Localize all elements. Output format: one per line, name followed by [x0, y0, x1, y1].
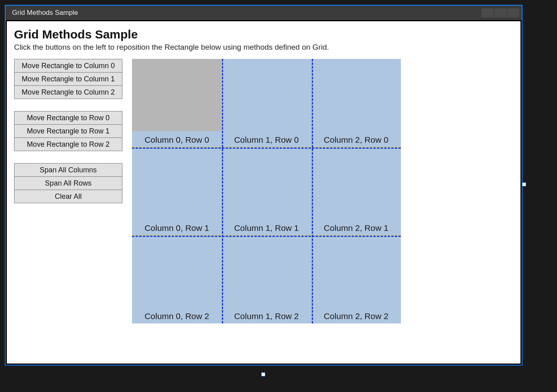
resize-handle-bottom[interactable] — [261, 372, 265, 376]
span-button-group: Span All Columns Span All Rows Clear All — [14, 163, 122, 203]
window-title: Grid Methods Sample — [12, 9, 78, 17]
designer-selection-frame: Grid Methods Sample Grid Methods Sample … — [5, 5, 522, 366]
clear-all-button[interactable]: Clear All — [14, 190, 122, 203]
titlebar: Grid Methods Sample — [6, 6, 522, 20]
move-rect-row-0-button[interactable]: Move Rectangle to Row 0 — [14, 111, 122, 125]
cell-0-1: Column 0, Row 1 — [132, 147, 222, 235]
resize-handle-right[interactable] — [522, 182, 526, 186]
cell-0-0: Column 0, Row 0 — [132, 59, 222, 147]
page-title: Grid Methods Sample — [14, 28, 513, 41]
span-all-rows-button[interactable]: Span All Rows — [14, 176, 122, 190]
layout-row: Move Rectangle to Column 0 Move Rectangl… — [14, 59, 513, 323]
page-subtitle: Click the buttons on the left to reposit… — [14, 43, 513, 52]
move-rect-row-1-button[interactable]: Move Rectangle to Row 1 — [14, 124, 122, 138]
move-rect-col-0-button[interactable]: Move Rectangle to Column 0 — [14, 59, 122, 73]
cell-1-1: Column 1, Row 1 — [222, 147, 311, 235]
minimize-button[interactable] — [482, 8, 494, 17]
close-button[interactable] — [507, 8, 519, 17]
move-rect-col-2-button[interactable]: Move Rectangle to Column 2 — [14, 85, 122, 99]
cell-1-0: Column 1, Row 0 — [222, 59, 311, 147]
button-column: Move Rectangle to Column 0 Move Rectangl… — [14, 59, 122, 203]
maximize-button[interactable] — [494, 8, 506, 17]
move-rect-col-1-button[interactable]: Move Rectangle to Column 1 — [14, 72, 122, 86]
cell-0-2: Column 0, Row 2 — [132, 235, 222, 323]
move-rect-row-2-button[interactable]: Move Rectangle to Row 2 — [14, 137, 122, 151]
row-button-group: Move Rectangle to Row 0 Move Rectangle t… — [14, 111, 122, 151]
span-all-columns-button[interactable]: Span All Columns — [14, 163, 122, 177]
window-controls — [482, 8, 522, 17]
demo-grid: Column 0, Row 0 Column 1, Row 0 Column 2… — [132, 59, 401, 323]
column-button-group: Move Rectangle to Column 0 Move Rectangl… — [14, 59, 122, 99]
content-area: Grid Methods Sample Click the buttons on… — [6, 20, 522, 365]
cell-2-0: Column 2, Row 0 — [311, 59, 401, 147]
cell-1-2: Column 1, Row 2 — [222, 235, 311, 323]
grid-cell-labels: Column 0, Row 0 Column 1, Row 0 Column 2… — [132, 59, 401, 323]
cell-2-1: Column 2, Row 1 — [311, 147, 401, 235]
cell-2-2: Column 2, Row 2 — [311, 235, 401, 323]
